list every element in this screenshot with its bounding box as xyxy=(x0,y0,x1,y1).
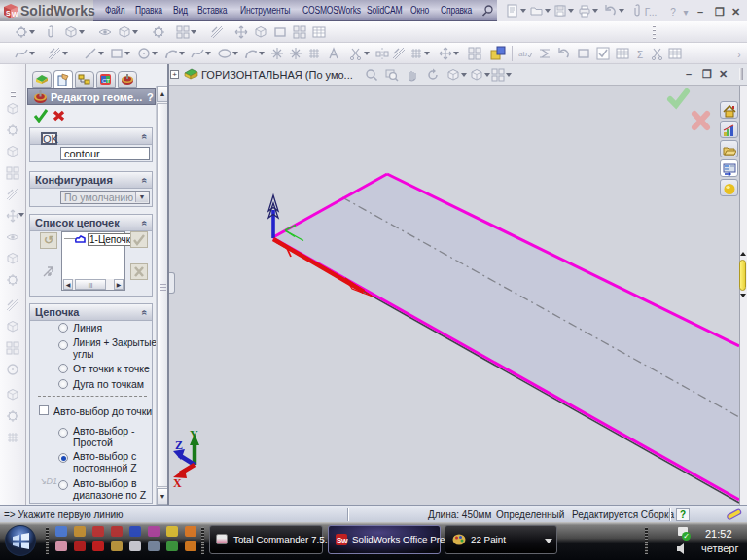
svg-text:Y: Y xyxy=(190,428,198,441)
svg-text:Z: Z xyxy=(175,438,183,452)
svg-text:X: X xyxy=(173,476,182,490)
svg-text:W: W xyxy=(341,538,348,544)
svg-text:CT: CT xyxy=(102,78,110,84)
